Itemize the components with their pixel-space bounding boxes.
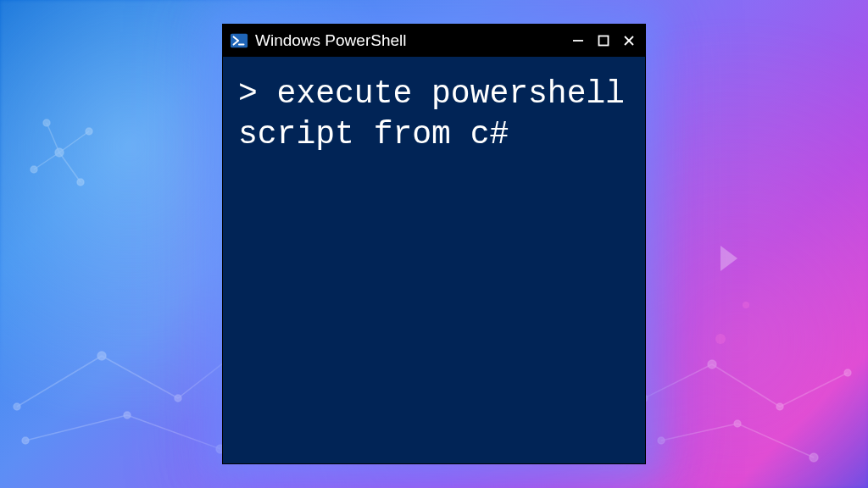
command-text: execute powershell script from c# — [238, 75, 625, 152]
svg-point-9 — [124, 412, 131, 419]
svg-point-32 — [658, 437, 665, 444]
window-title: Windows PowerShell — [255, 31, 564, 50]
svg-line-12 — [59, 131, 89, 152]
powershell-window: Windows PowerShell > execute powershell … — [222, 24, 646, 464]
svg-line-21 — [644, 364, 712, 398]
window-titlebar[interactable]: Windows PowerShell — [223, 25, 645, 57]
svg-line-0 — [17, 356, 102, 407]
svg-line-23 — [780, 373, 848, 407]
maximize-button[interactable] — [596, 33, 611, 48]
svg-point-33 — [715, 334, 726, 344]
svg-line-22 — [712, 364, 780, 407]
terminal-content-area[interactable]: > execute powershell script from c# — [223, 57, 645, 463]
svg-point-27 — [708, 360, 716, 369]
svg-line-3 — [25, 415, 127, 441]
svg-point-19 — [31, 166, 37, 173]
svg-point-31 — [810, 453, 818, 462]
svg-point-5 — [14, 403, 20, 410]
svg-line-13 — [59, 152, 81, 182]
svg-line-1 — [102, 356, 178, 398]
svg-line-25 — [737, 424, 814, 458]
svg-point-6 — [97, 352, 106, 360]
svg-point-7 — [175, 395, 181, 402]
prompt-symbol: > — [238, 75, 277, 112]
svg-point-11 — [22, 437, 29, 444]
svg-line-24 — [661, 424, 737, 441]
svg-line-4 — [127, 415, 220, 449]
svg-point-18 — [77, 179, 84, 186]
svg-point-30 — [734, 420, 741, 427]
svg-point-34 — [743, 302, 749, 308]
svg-point-16 — [55, 148, 64, 157]
window-controls — [570, 33, 637, 48]
svg-point-17 — [86, 128, 92, 135]
svg-point-20 — [43, 119, 50, 126]
svg-point-29 — [844, 369, 851, 376]
svg-point-28 — [776, 403, 783, 410]
minimize-button[interactable] — [570, 33, 586, 48]
powershell-icon — [230, 31, 248, 50]
svg-rect-39 — [599, 36, 609, 46]
svg-marker-35 — [721, 246, 737, 271]
close-button[interactable] — [621, 33, 637, 48]
